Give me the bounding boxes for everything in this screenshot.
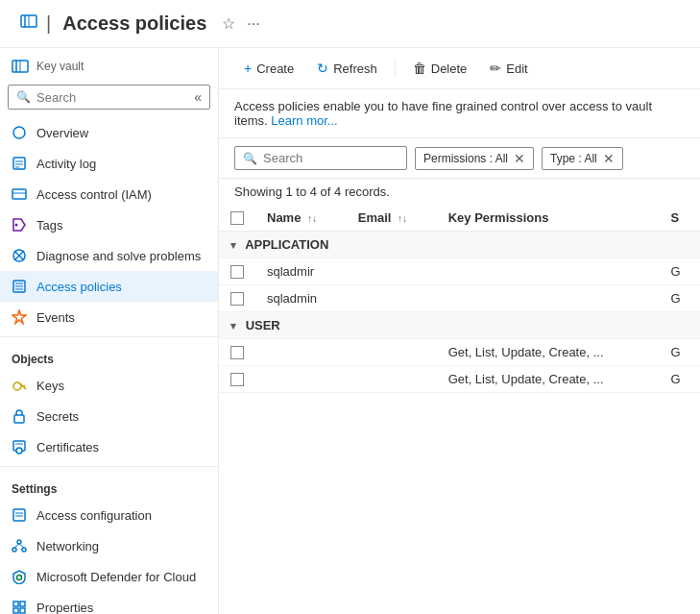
edit-label: Edit [506,61,527,76]
application-group-label: APPLICATION [245,237,328,252]
row2-checkbox-cell[interactable] [219,285,255,312]
key-permissions-column-header[interactable]: Key Permissions [437,205,660,232]
row4-checkbox-cell[interactable] [219,366,255,393]
learn-more-link[interactable]: Learn mor... [271,113,337,128]
row1-key-permissions [437,258,660,285]
objects-divider [0,336,218,337]
sidebar-item-defender[interactable]: Microsoft Defender for Cloud [0,561,218,592]
user-chevron-icon[interactable]: ▾ [230,320,236,332]
row4-key-permissions: Get, List, Update, Create, ... [437,366,660,393]
sidebar-service-label: Key vault [36,60,84,73]
sidebar-label-keys: Keys [36,379,64,393]
page-header: | Access policies ☆ ··· [0,0,700,48]
type-filter-close[interactable]: ✕ [603,151,615,166]
row4-s: G [659,366,700,393]
table-body: ▾ APPLICATION sqladmir G [219,232,700,393]
sidebar-item-certificates[interactable]: Certificates [0,431,218,462]
create-button[interactable]: + Create [234,56,303,81]
sidebar-label-certificates: Certificates [36,440,99,454]
sidebar-item-tags[interactable]: Tags [0,209,218,240]
table-row[interactable]: Get, List, Update, Create, ... G [219,366,700,393]
svg-point-35 [22,548,26,552]
sidebar-item-access-config[interactable]: Access configuration [0,500,218,530]
secrets-icon [12,408,27,424]
sidebar-item-overview[interactable]: Overview [0,117,218,148]
row4-checkbox[interactable] [230,373,244,386]
table-row[interactable]: sqladmir G [219,258,700,285]
page-title: Access policies [62,12,206,35]
sidebar-search-box[interactable]: 🔍 « [8,85,210,110]
svg-point-38 [17,576,22,580]
row4-email [347,366,437,393]
type-filter-tag[interactable]: Type : All ✕ [542,147,623,170]
sidebar-item-diagnose[interactable]: Diagnose and solve problems [0,240,218,271]
more-options-icon[interactable]: ··· [247,15,259,33]
svg-point-14 [15,224,18,227]
filter-search-box[interactable]: 🔍 [234,146,407,170]
edit-button[interactable]: ✏ Edit [480,56,537,81]
defender-icon [12,569,27,584]
overview-icon [12,125,27,140]
keyvault-sidebar-icon [12,58,29,75]
sidebar-item-activity-log[interactable]: Activity log [0,148,218,179]
application-group-row: ▾ APPLICATION [219,232,700,258]
sidebar-item-access-control[interactable]: Access control (IAM) [0,179,218,209]
sidebar-item-events[interactable]: Events [0,302,218,332]
row1-s: G [659,258,700,285]
info-bar: Access policies enable you to have fine … [219,89,700,138]
svg-rect-11 [12,189,26,199]
row3-checkbox[interactable] [230,346,244,359]
settings-section-label: Settings [0,471,218,500]
svg-rect-30 [13,509,25,521]
settings-divider [0,466,218,467]
row3-checkbox-cell[interactable] [219,339,255,366]
sidebar-item-properties[interactable]: Properties [0,592,218,614]
row2-checkbox[interactable] [230,292,244,306]
sidebar-label-activity-log: Activity log [36,157,96,171]
objects-section-label: Objects [0,341,218,370]
permissions-filter-close[interactable]: ✕ [514,151,525,166]
toolbar: + Create ↻ Refresh 🗑 Delete ✏ Edit [219,48,700,89]
create-icon: + [244,61,252,76]
favorite-icon[interactable]: ☆ [222,14,235,33]
edit-icon: ✏ [490,61,501,76]
row1-checkbox-cell[interactable] [219,258,255,285]
sidebar-item-access-policies[interactable]: Access policies [0,271,218,302]
select-all-checkbox[interactable] [230,211,244,225]
table-header: Name ↑↓ Email ↑↓ Key Permissions S [219,205,700,232]
access-policies-icon [12,279,27,294]
application-chevron-icon[interactable]: ▾ [230,239,236,251]
sidebar-search-input[interactable] [36,90,188,105]
row3-key-permissions: Get, List, Update, Create, ... [437,339,660,366]
sidebar-item-secrets[interactable]: Secrets [0,401,218,431]
s-column-header[interactable]: S [659,205,700,232]
email-column-header[interactable]: Email ↑↓ [347,205,437,232]
row3-name [255,339,347,366]
row3-email [347,339,437,366]
svg-line-36 [14,544,19,548]
sidebar-label-networking: Networking [36,539,99,553]
create-label: Create [256,61,294,76]
table-row[interactable]: sqladmin G [219,285,700,312]
networking-icon [12,538,27,553]
refresh-label: Refresh [333,61,377,76]
filter-search-input[interactable] [263,151,398,165]
name-sort-icon: ↑↓ [307,213,317,224]
svg-rect-26 [14,415,24,423]
select-all-header[interactable] [219,205,255,232]
sidebar-label-secrets: Secrets [36,409,79,424]
permissions-filter-tag[interactable]: Permissions : All ✕ [415,147,534,170]
filter-bar: 🔍 Permissions : All ✕ Type : All ✕ [219,138,700,179]
sidebar-collapse-icon[interactable]: « [194,89,202,105]
row1-checkbox[interactable] [230,265,244,279]
sidebar-item-keys[interactable]: Keys [0,370,218,401]
sidebar-label-tags: Tags [36,218,62,233]
delete-button[interactable]: 🗑 Delete [403,56,477,81]
sidebar-header: Key vault [0,48,218,85]
sidebar-item-networking[interactable]: Networking [0,530,218,561]
refresh-button[interactable]: ↻ Refresh [307,56,387,81]
row2-s: G [659,285,700,312]
policies-table: Name ↑↓ Email ↑↓ Key Permissions S ▾ [219,205,700,393]
name-column-header[interactable]: Name ↑↓ [255,205,347,232]
table-row[interactable]: Get, List, Update, Create, ... G [219,339,700,366]
